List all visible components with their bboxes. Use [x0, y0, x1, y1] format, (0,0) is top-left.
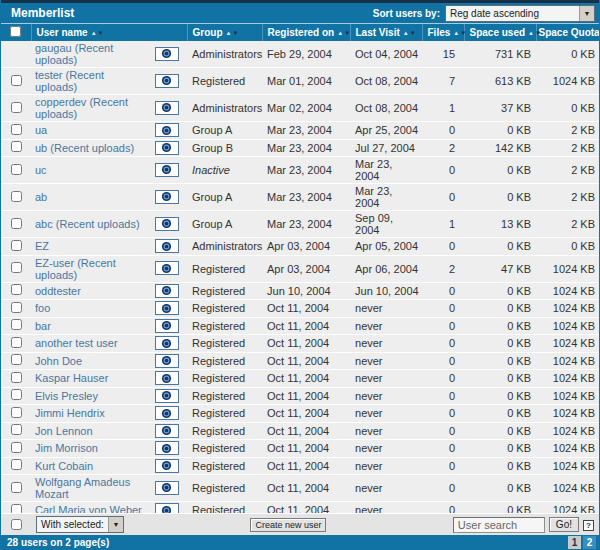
username-link[interactable]: ua: [35, 124, 47, 136]
profile-button[interactable]: [155, 371, 179, 385]
profile-button[interactable]: [155, 319, 179, 333]
row-checkbox[interactable]: [11, 218, 22, 229]
profile-icon: [161, 320, 172, 331]
row-checkbox[interactable]: [11, 302, 22, 313]
space-quota-cell: 1024 KB: [536, 255, 599, 282]
row-checkbox[interactable]: [11, 164, 22, 175]
profile-button[interactable]: [155, 141, 179, 155]
profile-button[interactable]: [155, 190, 179, 204]
help-icon[interactable]: ?: [583, 520, 594, 531]
username-link[interactable]: tester (Recent uploads): [35, 69, 104, 93]
row-checkbox[interactable]: [11, 102, 22, 113]
group-cell: Registered: [187, 317, 262, 335]
username-link[interactable]: oddtester: [35, 285, 81, 297]
table-header-row: User name▲▼ Group▲▼ Registered on▲▼ Last…: [1, 24, 599, 41]
row-checkbox[interactable]: [11, 372, 22, 383]
user-search-input[interactable]: [453, 517, 545, 533]
row-checkbox[interactable]: [11, 124, 22, 135]
footer-select-all-checkbox[interactable]: [11, 519, 22, 530]
username-link[interactable]: ab: [35, 191, 47, 203]
sort-asc-icon[interactable]: ▲: [453, 30, 459, 36]
username-link[interactable]: Carl Maria von Weber: [35, 504, 142, 513]
row-checkbox[interactable]: [11, 240, 22, 251]
profile-button[interactable]: [155, 123, 179, 137]
last-visit-cell: Sep 09, 2004: [350, 211, 422, 238]
profile-button[interactable]: [155, 389, 179, 403]
space-used-cell: 0 KB: [464, 122, 536, 140]
sort-asc-icon[interactable]: ▲: [226, 30, 232, 36]
row-checkbox[interactable]: [11, 191, 22, 202]
username-link[interactable]: Elvis Presley: [35, 390, 98, 402]
sort-asc-icon[interactable]: ▲: [403, 30, 409, 36]
row-checkbox[interactable]: [11, 424, 22, 435]
username-link[interactable]: bar: [35, 320, 51, 332]
username-link[interactable]: foo: [35, 302, 50, 314]
sort-desc-icon[interactable]: ▼: [232, 30, 238, 36]
registered-cell: Oct 11, 2004: [262, 300, 350, 318]
sort-desc-icon[interactable]: ▼: [98, 30, 104, 36]
row-checkbox[interactable]: [11, 284, 22, 295]
profile-button[interactable]: [155, 284, 179, 298]
username-link[interactable]: Jim Morrison: [35, 442, 98, 454]
sort-asc-icon[interactable]: ▲: [337, 30, 343, 36]
row-checkbox[interactable]: [11, 504, 22, 513]
row-checkbox[interactable]: [11, 354, 22, 365]
profile-button[interactable]: [155, 459, 179, 473]
row-checkbox[interactable]: [11, 75, 22, 86]
row-checkbox[interactable]: [11, 337, 22, 348]
sort-desc-icon[interactable]: ▼: [410, 30, 416, 36]
username-link[interactable]: Jimmi Hendrix: [35, 407, 105, 419]
username-link[interactable]: another test user: [35, 337, 118, 349]
profile-button[interactable]: [155, 74, 179, 88]
sort-asc-icon[interactable]: ▲: [91, 30, 97, 36]
row-checkbox[interactable]: [11, 459, 22, 470]
profile-button[interactable]: [155, 406, 179, 420]
profile-button[interactable]: [155, 481, 179, 495]
username-link[interactable]: uc: [35, 164, 47, 176]
username-link[interactable]: ub (Recent uploads): [35, 142, 134, 154]
username-link[interactable]: abc (Recent uploads): [35, 218, 140, 230]
row-checkbox[interactable]: [11, 482, 22, 493]
profile-icon: [161, 390, 172, 401]
username-link[interactable]: EZ-user (Recent uploads): [35, 257, 116, 281]
profile-button[interactable]: [155, 239, 179, 253]
row-select-cell: [1, 457, 31, 475]
username-link[interactable]: EZ: [35, 240, 49, 252]
sort-desc-icon[interactable]: ▼: [460, 30, 466, 36]
row-checkbox[interactable]: [11, 389, 22, 400]
row-checkbox[interactable]: [11, 262, 22, 273]
username-link[interactable]: John Doe: [35, 355, 82, 367]
username-cell: ub (Recent uploads): [31, 139, 146, 157]
row-checkbox[interactable]: [11, 141, 22, 152]
row-checkbox[interactable]: [11, 319, 22, 330]
username-link[interactable]: copperdev (Recent uploads): [35, 96, 128, 120]
username-link[interactable]: Wolfgang Amadeus Mozart: [35, 476, 130, 500]
username-link[interactable]: gaugau (Recent uploads): [35, 42, 113, 66]
page-button-2[interactable]: 2: [583, 536, 596, 549]
profile-button[interactable]: [155, 441, 179, 455]
sort-users-select[interactable]: Reg date ascending ▼: [445, 5, 595, 22]
registered-cell: Oct 11, 2004: [262, 457, 350, 475]
profile-button[interactable]: [155, 503, 179, 513]
profile-button[interactable]: [155, 47, 179, 61]
row-checkbox[interactable]: [11, 442, 22, 453]
profile-button[interactable]: [155, 261, 179, 275]
profile-button[interactable]: [155, 354, 179, 368]
profile-button[interactable]: [155, 217, 179, 231]
row-checkbox[interactable]: [11, 407, 22, 418]
create-new-user-button[interactable]: Create new user: [250, 518, 326, 532]
select-all-checkbox[interactable]: [10, 26, 21, 37]
sort-desc-icon[interactable]: ▼: [344, 30, 350, 36]
username-link[interactable]: Kurt Cobain: [35, 460, 93, 472]
username-link[interactable]: Kaspar Hauser: [35, 372, 108, 384]
profile-button[interactable]: [155, 101, 179, 115]
with-selected-select[interactable]: With selected: ▼: [36, 516, 124, 533]
sort-asc-icon[interactable]: ▲: [528, 30, 534, 36]
pagination: 12: [566, 536, 596, 549]
go-button[interactable]: Go!: [549, 517, 579, 532]
profile-button[interactable]: [155, 424, 179, 438]
profile-button[interactable]: [155, 163, 179, 177]
profile-button[interactable]: [155, 336, 179, 350]
profile-button[interactable]: [155, 301, 179, 315]
username-link[interactable]: Jon Lennon: [35, 425, 93, 437]
